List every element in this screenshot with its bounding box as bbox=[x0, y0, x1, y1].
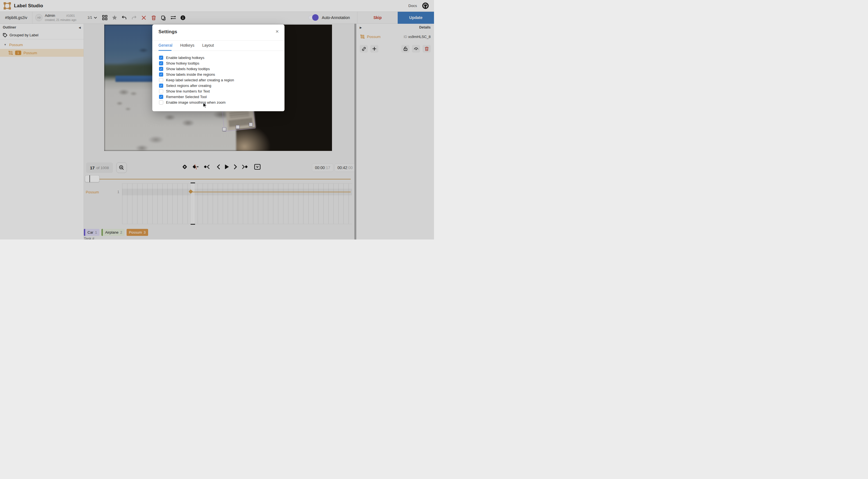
checkbox-label: Select regions after creating bbox=[166, 84, 211, 88]
checkbox-checked-icon[interactable]: ✓ bbox=[159, 72, 163, 76]
tab-layout[interactable]: Layout bbox=[202, 43, 214, 51]
settings-option-row: Keep label selected after creating a reg… bbox=[159, 77, 280, 83]
settings-option-row: Enable image smoothing when zoom bbox=[159, 99, 280, 105]
checkbox-label: Show labels hotkey tooltips bbox=[166, 67, 210, 71]
checkbox-label: Keep label selected after creating a reg… bbox=[166, 78, 234, 82]
checkbox-unchecked-icon[interactable] bbox=[159, 78, 163, 82]
settings-checkbox-list: ✓Enable labeling hotkeys✓Show hotkey too… bbox=[159, 55, 280, 105]
tab-hotkeys[interactable]: Hotkeys bbox=[180, 43, 194, 51]
settings-option-row: Show line numbers for Text bbox=[159, 88, 280, 94]
checkbox-checked-icon[interactable]: ✓ bbox=[159, 56, 163, 60]
settings-option-row: ✓Enable labeling hotkeys bbox=[159, 55, 280, 60]
checkbox-label: Enable image smoothing when zoom bbox=[166, 100, 225, 104]
tab-general[interactable]: General bbox=[158, 43, 173, 51]
checkbox-checked-icon[interactable]: ✓ bbox=[159, 67, 163, 71]
modal-title: Settings bbox=[158, 29, 177, 35]
checkbox-label: Show hotkey tooltips bbox=[166, 61, 199, 65]
settings-option-row: ✓Show hotkey tooltips bbox=[159, 60, 280, 66]
checkbox-checked-icon[interactable]: ✓ bbox=[159, 95, 163, 99]
divider bbox=[152, 40, 284, 40]
checkbox-label: Enable labeling hotkeys bbox=[166, 56, 204, 60]
settings-option-row: ✓Show labels hotkey tooltips bbox=[159, 66, 280, 71]
active-tab-underline bbox=[158, 50, 172, 51]
checkbox-unchecked-icon[interactable] bbox=[159, 89, 163, 93]
divider bbox=[152, 51, 284, 51]
settings-option-row: ✓Remember Selected Tool bbox=[159, 94, 280, 99]
settings-tabs: GeneralHotkeysLayout bbox=[158, 43, 214, 51]
checkbox-checked-icon[interactable]: ✓ bbox=[159, 61, 163, 65]
settings-option-row: ✓Show labels inside the regions bbox=[159, 71, 280, 77]
mouse-cursor bbox=[203, 102, 208, 108]
checkbox-label: Remember Selected Tool bbox=[166, 95, 207, 99]
checkbox-checked-icon[interactable]: ✓ bbox=[159, 84, 163, 88]
close-icon[interactable]: ✕ bbox=[275, 29, 279, 34]
checkbox-label: Show labels inside the regions bbox=[166, 72, 215, 76]
settings-modal: Settings ✕ GeneralHotkeysLayout ✓Enable … bbox=[152, 25, 284, 111]
checkbox-label: Show line numbers for Text bbox=[166, 89, 210, 93]
checkbox-unchecked-icon[interactable] bbox=[159, 100, 163, 104]
settings-option-row: ✓Select regions after creating bbox=[159, 83, 280, 88]
label-studio-app: Label Studio Docs #9pb8Lgs2iv AD Admin #… bbox=[0, 0, 434, 240]
